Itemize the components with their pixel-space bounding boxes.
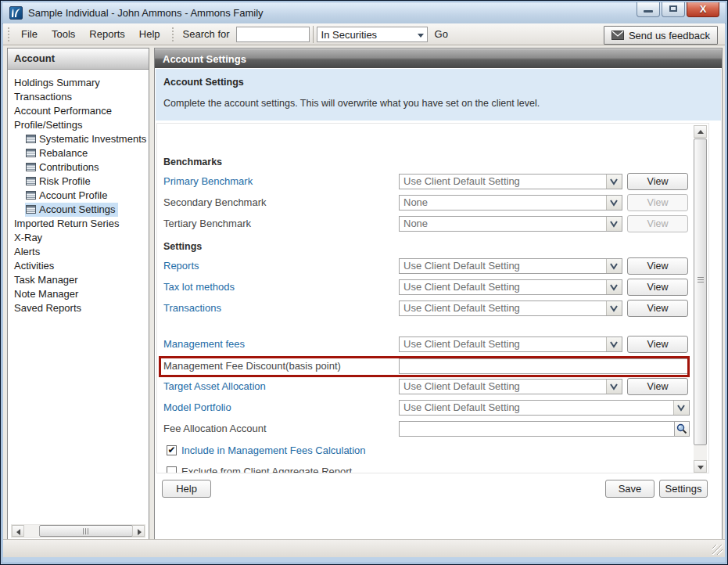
chevron-down-icon (673, 401, 689, 415)
secondary-benchmark-select[interactable]: None (399, 195, 622, 211)
sidebar-item-account-profile[interactable]: Account Profile (8, 189, 149, 203)
reports-link[interactable]: Reports (163, 258, 199, 274)
scroll-left-button[interactable] (12, 525, 24, 537)
page-title: Account Settings (155, 49, 722, 68)
model-portfolio-link[interactable]: Model Portfolio (163, 400, 231, 416)
sidebar-panel: Account Holdings Summary Transactions Ac… (7, 48, 149, 541)
tax-lot-methods-select[interactable]: Use Client Default Setting (399, 279, 622, 295)
sidebar-item-systematic-investments[interactable]: Systematic Investments (8, 132, 149, 146)
envelope-icon (611, 31, 624, 40)
fee-allocation-account-input[interactable] (399, 421, 690, 437)
sidebar-item-activities[interactable]: Activities (8, 259, 149, 273)
sidebar-item-transactions[interactable]: Transactions (8, 90, 149, 104)
management-fees-view-button[interactable]: View (627, 336, 688, 353)
maximize-icon (669, 5, 677, 12)
menu-help[interactable]: Help (132, 25, 167, 43)
transactions-view-button[interactable]: View (627, 300, 688, 317)
tertiary-benchmark-select[interactable]: None (399, 216, 622, 232)
sidebar-item-task-manager[interactable]: Task Manager (8, 273, 149, 287)
sidebar-item-account-settings[interactable]: Account Settings (8, 203, 149, 217)
primary-benchmark-view-button[interactable]: View (627, 173, 688, 190)
exclude-client-aggregate-row: Exclude from Client Aggregate Report (167, 466, 352, 473)
toolbar-grip (172, 27, 174, 41)
app-window: Sample Individual - John Ammons - Ammons… (0, 0, 728, 565)
sidebar-item-risk-profile[interactable]: Risk Profile (8, 175, 149, 189)
scrollbar-thumb[interactable] (694, 139, 707, 445)
scrollbar-grip-icon (83, 528, 90, 534)
chevron-down-icon (606, 217, 622, 231)
primary-benchmark-link[interactable]: Primary Benchmark (163, 174, 253, 189)
title-bar: Sample Individual - John Ammons - Ammons… (2, 2, 726, 24)
search-scope-value: In Securities (321, 29, 378, 41)
scroll-right-button[interactable] (132, 525, 145, 537)
transactions-link[interactable]: Transactions (163, 300, 221, 316)
sidebar-item-saved-reports[interactable]: Saved Reports (8, 301, 149, 315)
exclude-client-aggregate-checkbox[interactable] (167, 466, 177, 474)
transactions-select[interactable]: Use Client Default Setting (399, 300, 622, 316)
sidebar-item-x-ray[interactable]: X-Ray (8, 231, 149, 245)
management-fees-link[interactable]: Management fees (163, 336, 245, 352)
chevron-down-icon (606, 380, 622, 394)
sidebar-item-rebalance[interactable]: Rebalance (8, 146, 149, 160)
sidebar-item-profile-settings[interactable]: Profile/Settings (8, 118, 149, 132)
include-management-fees-label[interactable]: Include in Management Fees Calculation (181, 444, 366, 456)
close-icon: X (700, 3, 707, 15)
window-title: Sample Individual - John Ammons - Ammons… (28, 7, 264, 19)
tax-lot-methods-link[interactable]: Tax lot methods (163, 279, 235, 295)
exclude-client-aggregate-label: Exclude from Client Aggregate Report (181, 466, 352, 474)
include-management-fees-checkbox[interactable]: ✔ (167, 445, 177, 455)
list-icon (26, 205, 36, 214)
management-fees-select[interactable]: Use Client Default Setting (399, 336, 622, 352)
menu-reports[interactable]: Reports (82, 25, 132, 43)
search-input[interactable] (236, 27, 310, 42)
target-asset-allocation-view-button[interactable]: View (627, 378, 688, 395)
search-label: Search for (183, 28, 230, 40)
sidebar-horizontal-scrollbar[interactable] (11, 524, 145, 538)
primary-benchmark-select[interactable]: Use Client Default Setting (399, 174, 622, 189)
tax-lot-methods-view-button[interactable]: View (627, 279, 688, 296)
reports-select[interactable]: Use Client Default Setting (399, 258, 622, 274)
target-asset-allocation-link[interactable]: Target Asset Allocation (163, 379, 266, 394)
menu-file[interactable]: File (14, 25, 45, 43)
go-button[interactable]: Go (435, 28, 448, 40)
resize-grip[interactable] (712, 545, 723, 555)
sidebar-item-account-performance[interactable]: Account Performance (8, 104, 149, 118)
sidebar-item-note-manager[interactable]: Note Manager (8, 287, 149, 301)
scroll-up-button[interactable] (694, 125, 707, 138)
scroll-down-button[interactable] (694, 460, 707, 473)
sidebar-item-contributions[interactable]: Contributions (8, 160, 149, 175)
account-lookup-button[interactable] (674, 421, 690, 437)
info-box: Account Settings Complete the account se… (156, 69, 721, 121)
maximize-button[interactable] (662, 2, 685, 17)
search-scope-select[interactable]: In Securities (317, 27, 428, 42)
minimize-button[interactable] (637, 2, 660, 17)
sidebar-item-holdings-summary[interactable]: Holdings Summary (8, 76, 149, 90)
chevron-down-icon (606, 259, 622, 273)
sidebar-nav: Holdings Summary Transactions Account Pe… (8, 70, 149, 315)
chevron-down-icon (606, 196, 622, 210)
arrow-left-icon (16, 529, 20, 535)
help-button[interactable]: Help (162, 480, 211, 498)
close-button[interactable]: X (687, 2, 719, 17)
sidebar-item-imported-return-series[interactable]: Imported Return Series (8, 217, 149, 231)
include-management-fees-row: ✔ Include in Management Fees Calculation (167, 444, 366, 455)
menu-tools[interactable]: Tools (45, 25, 82, 43)
sidebar-item-alerts[interactable]: Alerts (8, 245, 149, 259)
model-portfolio-select[interactable]: Use Client Default Setting (399, 400, 690, 416)
section-settings: Settings (163, 241, 202, 252)
scrollbar-thumb[interactable] (39, 525, 133, 537)
reports-view-button[interactable]: View (627, 257, 688, 275)
secondary-benchmark-view-button: View (627, 194, 688, 211)
send-feedback-button[interactable]: Send us feedback (604, 26, 718, 45)
info-text: Complete the account settings. This will… (163, 98, 721, 109)
management-fee-discount-input[interactable] (399, 358, 690, 374)
target-asset-allocation-select[interactable]: Use Client Default Setting (399, 379, 622, 394)
chevron-down-icon (418, 34, 424, 41)
settings-form: Benchmarks Primary Benchmark Use Client … (156, 123, 709, 473)
settings-button[interactable]: Settings (659, 480, 708, 498)
save-button[interactable]: Save (605, 480, 654, 498)
arrow-down-icon (698, 466, 704, 470)
toolbar-grip (8, 27, 9, 41)
section-benchmarks: Benchmarks (163, 157, 222, 167)
form-vertical-scrollbar[interactable] (694, 125, 707, 473)
